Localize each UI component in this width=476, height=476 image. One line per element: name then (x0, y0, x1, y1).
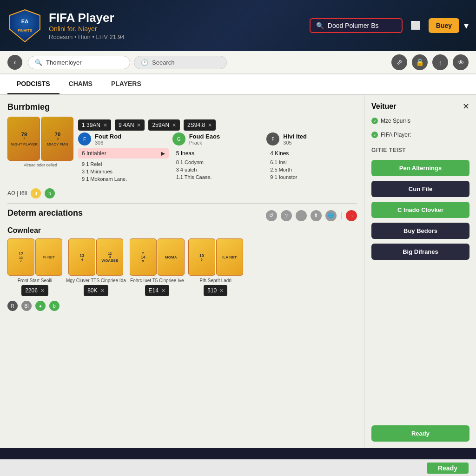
svg-text:EA: EA (21, 19, 28, 24)
filter-label-1: FIFA Player: (381, 132, 411, 138)
toolbar-r-icon[interactable]: R (7, 301, 18, 311)
player-num-0: 306 (95, 140, 121, 145)
left-panel: Burrbmieg 79 7 NIGHT PLAYER (0, 95, 364, 448)
pen-alternings-button[interactable]: Pen Alternings (371, 160, 469, 176)
tab-players[interactable]: PLAYERS (102, 74, 151, 94)
buy-button[interactable]: Buey (429, 18, 459, 33)
card-caption-2: Fohrc Iuet T5 Cinpriee Ive (130, 278, 184, 283)
filter-item-1: ✓ FIFA Player: (371, 130, 469, 139)
s2-arrow-right[interactable]: → (346, 210, 357, 221)
highlight-1: 5 Ineas (172, 148, 263, 159)
price-p0-close[interactable]: ✕ (137, 122, 141, 128)
app-subtitle: Onlini for. Niayer (49, 25, 125, 33)
back-button[interactable]: ‹ (7, 55, 22, 70)
stat-0-2: 9 1 Mokonam Lane. (78, 175, 169, 183)
tab-podcists[interactable]: PODCISTS (7, 74, 60, 94)
highlight-arrow-0: ▶ (161, 150, 165, 157)
cun-file-button[interactable]: Cun File (371, 181, 469, 197)
section2-header: Determ areciations ↺ ? ⋮ ⬆ 🌐 | → (7, 208, 357, 223)
nav-search-input-1[interactable]: 🔍 Thomer:loyer (28, 56, 130, 69)
s2-icon-3[interactable]: ⋮ (296, 210, 307, 221)
eye-button[interactable]: 👁 (453, 54, 469, 70)
small-price-2: E14 ✕ (145, 285, 169, 296)
toolbar-row: AΩ | I6ll ⏸ b (7, 188, 357, 198)
toolbar-l-icon[interactable]: Bl (21, 301, 32, 311)
header-left: EA FINHITS FIFA Player Onlini for. Niaye… (7, 8, 125, 43)
header-icon-btn-1[interactable]: ⬜ (407, 17, 424, 34)
status-bar: Ready (0, 459, 476, 476)
small-price-close-2[interactable]: ✕ (161, 288, 165, 294)
right-panel-close[interactable]: ✕ (463, 101, 469, 112)
dropdown-chevron[interactable]: ▾ (464, 20, 469, 31)
price-tag-p1: 259AN ✕ (148, 119, 180, 131)
big-card-1: 79 7 NIGHT PLAYER (7, 117, 40, 161)
price-p1-close[interactable]: ✕ (172, 122, 176, 128)
nav-search-input-2[interactable]: 🕐 Seearch (134, 56, 227, 69)
small-price-close-3[interactable]: ✕ (219, 288, 224, 294)
nav-bar: ‹ 🔍 Thomer:loyer 🕐 Seearch ⇗ 🔒 ↑ 👁 (0, 51, 476, 74)
big-card-face-2: 70 9 MIADY FIAN (41, 117, 73, 161)
player-name-0: Fout Rod (95, 133, 121, 140)
sc-3-2: ILA NET (216, 238, 243, 276)
buy-bedors-button[interactable]: Buy Bedors (371, 223, 469, 239)
price-big-value: 1 39AN (82, 122, 100, 128)
sc-1-1: 134 (68, 238, 95, 276)
header-title: FIFA Player Onlini for. Niayer Roceson •… (49, 11, 125, 40)
ready-button[interactable]: Ready (371, 425, 469, 442)
club-icon-1: G (172, 132, 185, 145)
price-tag-big: 1 39AN ✕ (78, 119, 111, 131)
c-inado-clovker-button[interactable]: C Inado Clovker (371, 202, 469, 218)
price-p1-value: 259AN (152, 122, 169, 128)
s2-icon-1[interactable]: ↺ (266, 210, 277, 221)
small-price-0: 2206 ✕ (21, 285, 48, 296)
app-meta: Roceson • Hion • LHV 21.94 (49, 33, 125, 40)
section2-icons: ↺ ? ⋮ ⬆ 🌐 | → (266, 210, 357, 221)
small-price-close-1[interactable]: ✕ (100, 288, 105, 294)
toolbar-pause-icon[interactable]: ⏸ (31, 188, 41, 198)
s2-icon-4[interactable]: ⬆ (311, 210, 322, 221)
small-price-val-2: E14 (149, 287, 159, 294)
player-item-2: F Hivi ited 305 4 Kines 6.1 Insl 2.5 Mor… (266, 132, 357, 183)
price-tag-p2: 2S94.8 ✕ (184, 119, 216, 131)
app-title: FIFA Player (49, 11, 125, 25)
price-big-close[interactable]: ✕ (103, 122, 107, 128)
main-content: Burrbmieg 79 7 NIGHT PLAYER (0, 95, 476, 448)
clock-icon-nav: 🕐 (141, 59, 148, 66)
toolbar-b2-icon[interactable]: b (49, 301, 60, 311)
small-price-val-0: 2206 (25, 287, 38, 294)
highlight-2: 4 Kines (266, 148, 357, 159)
player-num-2: 305 (283, 140, 307, 145)
header: EA FINHITS FIFA Player Onlini for. Niaye… (0, 0, 476, 51)
search-icon: 🔍 (316, 22, 324, 29)
share-button[interactable]: ⇗ (391, 54, 407, 70)
small-price-close-0[interactable]: ✕ (40, 288, 45, 294)
right-section-label: GITIE TEIST (371, 147, 469, 153)
card-caption-1: Mgy Cluver TTS Cinpriee Ida (66, 278, 126, 283)
s2-icon-5[interactable]: 🌐 (325, 210, 337, 221)
price-p2-value: 2S94.8 (187, 122, 205, 128)
stat-1-2: 1.1 This Caase. (172, 173, 263, 181)
toolbar-g-icon[interactable]: ● (35, 301, 46, 311)
big-difranes-button[interactable]: Big Difranes (371, 244, 469, 260)
s2-divider: | (340, 212, 342, 220)
filter-item-0: ✓ Mze Spurrls (371, 116, 469, 126)
s2-icon-2[interactable]: ? (281, 210, 292, 221)
search-icon-nav: 🔍 (35, 59, 42, 66)
card-caption-3: Fth Seprit Ladri (200, 278, 231, 283)
divider (7, 203, 357, 204)
toolbar-text: AΩ | I6ll (7, 190, 27, 197)
highlight-0: 6 Intiabler ▶ (78, 148, 169, 159)
big-card-face-1: 79 7 NIGHT PLAYER (8, 117, 40, 161)
section1-title: Burrbmieg (7, 102, 357, 112)
small-card-group-3: 106 ILA NET Fth Seprit Ladri 510 ✕ (188, 238, 243, 296)
upload-button[interactable]: ↑ (432, 54, 448, 70)
card-caption-0: Front Start Seoili (18, 278, 52, 283)
header-search-box[interactable]: 🔍 Dood Polumer Bs (310, 18, 403, 33)
right-panel-title: Veituer ✕ (371, 101, 469, 112)
small-price-3: 510 ✕ (204, 285, 227, 296)
lock-button[interactable]: 🔒 (412, 54, 428, 70)
tab-chams[interactable]: CHAMS (60, 74, 102, 94)
price-p2-close[interactable]: ✕ (208, 122, 212, 128)
player-num-1: Prack (189, 140, 220, 145)
toolbar-b-icon[interactable]: b (45, 188, 55, 198)
